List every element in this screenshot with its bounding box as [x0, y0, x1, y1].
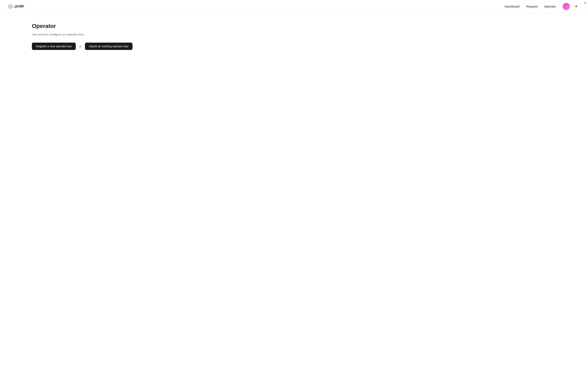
nav-link-request[interactable]: Request [526, 5, 537, 8]
navbar-right: Dashboard Request Operator ☀ [505, 3, 580, 10]
register-operator-key-button[interactable]: Register a new operator key [32, 43, 76, 50]
notification-dot [584, 2, 586, 4]
page-title: Operator [32, 23, 556, 29]
nav-link-operator[interactable]: Operator [544, 5, 556, 8]
nav-link-dashboard[interactable]: Dashboard [505, 5, 520, 8]
main-content: Operator You need to configure an operat… [0, 13, 588, 60]
theme-toggle-button[interactable]: ☀ [572, 3, 580, 10]
brand-name: zkVRF [14, 5, 24, 8]
nav-links: Dashboard Request Operator [505, 5, 556, 8]
action-row: Register a new operator key or Import an… [32, 43, 556, 50]
page-subtitle: You need to configure an operator key [32, 33, 556, 36]
import-operator-key-button[interactable]: Import an existing operator key [85, 43, 132, 50]
sun-icon: ☀ [575, 4, 578, 8]
or-label: or [79, 45, 82, 48]
navbar-left: zkVRF [8, 4, 24, 9]
nav-controls: ☀ [563, 3, 580, 10]
navbar: zkVRF Dashboard Request Operator ☀ [0, 0, 588, 13]
logo-icon [8, 4, 13, 9]
avatar[interactable] [563, 3, 570, 10]
